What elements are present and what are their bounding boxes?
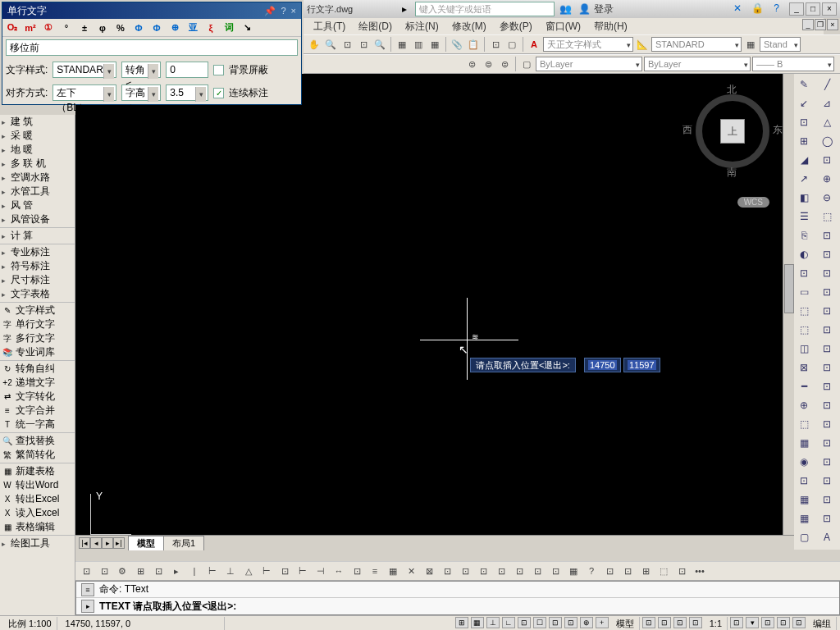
search-input[interactable]: 键入关键字或短语 (415, 2, 555, 16)
cmd-history-icon[interactable]: ≡ (81, 583, 94, 596)
tool-icon[interactable]: ⊡ (796, 265, 812, 281)
tab-model[interactable]: 模型 (128, 536, 164, 550)
cmd-prompt-text[interactable]: TTEXT 请点取插入位置<退出>: (99, 600, 236, 614)
mdi-min[interactable]: _ (802, 19, 814, 30)
clip-icon[interactable]: 📎 (450, 37, 464, 52)
tool-icon[interactable]: ◢ (796, 152, 812, 168)
menu-item[interactable]: 绘图(D) (352, 18, 399, 35)
height-select[interactable]: 3.5 (166, 84, 208, 101)
zoom-window-icon[interactable]: ⊡ (340, 37, 354, 52)
status-scale[interactable]: 比例 1:100 (3, 617, 57, 630)
status-toggle[interactable]: ⊞ (455, 617, 468, 628)
tab-prev[interactable]: ◂ (90, 537, 102, 549)
textstyle-select[interactable]: STANDARD (52, 62, 116, 78)
btm-tool-icon[interactable]: ⊡ (674, 564, 689, 578)
status-toggle[interactable]: ⊥ (486, 617, 500, 628)
format-icon[interactable]: O₂ (6, 21, 19, 34)
tool-icon[interactable]: ⬚ (796, 322, 812, 338)
close-icon[interactable]: × (291, 6, 296, 16)
layer-icon[interactable]: ⊡ (488, 37, 503, 52)
btm-tool-icon[interactable]: ⊡ (349, 564, 364, 578)
tool-icon[interactable]: ◉ (796, 454, 812, 470)
tool-icon[interactable]: ◧ (796, 189, 812, 206)
sidebar-item[interactable]: ▸空调水路 (0, 171, 75, 185)
tool-icon[interactable]: ↙ (796, 95, 812, 112)
sidebar-item[interactable]: ≡文字合并 (0, 404, 75, 418)
vertical-scrollbar[interactable] (783, 74, 794, 550)
angle-input[interactable] (166, 62, 208, 78)
sidebar-item[interactable]: W转出Word (0, 478, 75, 492)
status-toggle[interactable]: ⊡ (518, 617, 531, 628)
help-icon[interactable]: ? (774, 2, 779, 16)
format-icon[interactable]: ξ (204, 21, 217, 34)
tool-icon[interactable]: ⊡ (819, 491, 835, 508)
sidebar-item[interactable]: ▸多 联 机 (0, 157, 75, 171)
format-icon[interactable]: ° (60, 21, 73, 34)
menu-item[interactable]: 工具(T) (307, 18, 352, 35)
mdi-close[interactable]: × (827, 19, 838, 30)
login-button[interactable]: 👤 登录 (578, 2, 614, 16)
tab-first[interactable]: |◂ (79, 537, 90, 549)
table-icon[interactable]: ▦ (743, 37, 758, 52)
tool-icon[interactable]: ⊡ (796, 114, 812, 130)
lineweight-combo[interactable]: —— B (752, 57, 834, 71)
tool-icon[interactable]: ⬚ (796, 416, 812, 432)
block-icon[interactable]: ▢ (504, 37, 519, 52)
status-ratio[interactable]: 1:1 (705, 617, 728, 630)
btm-tool-icon[interactable]: ⊡ (620, 564, 635, 578)
color-icon[interactable]: ▢ (519, 57, 534, 71)
text-style-icon[interactable]: A (527, 37, 541, 52)
cmd-prompt-icon[interactable]: ▸ (81, 600, 94, 613)
tool-icon[interactable]: ⊡ (819, 265, 835, 281)
dimstyle-combo[interactable]: STANDARD (651, 37, 742, 52)
sidebar-item[interactable]: ▸风管设备 (0, 212, 75, 226)
status-toggle[interactable]: ∟ (502, 617, 515, 628)
tool-icon[interactable]: ▦ (796, 435, 812, 451)
btm-tool-icon[interactable]: ⊡ (440, 564, 454, 578)
tool-icon[interactable]: ▦ (796, 491, 812, 508)
btm-tool-icon[interactable]: ⊡ (530, 564, 545, 578)
format-icon[interactable]: Φ (132, 21, 145, 34)
btm-tool-icon[interactable]: ▦ (386, 564, 400, 578)
sidebar-item[interactable]: X读入Excel (0, 506, 75, 520)
format-icon[interactable]: ⊕ (168, 21, 181, 34)
tablestyle-combo[interactable]: Stand (760, 37, 801, 52)
sidebar-item[interactable]: ▸水管工具 (0, 185, 75, 199)
btm-tool-icon[interactable]: ⊡ (458, 564, 472, 578)
pin-icon[interactable]: 📌 (264, 6, 276, 16)
btm-tool-icon[interactable]: ▦ (566, 564, 581, 578)
btm-tool-icon[interactable]: ⚙ (115, 564, 130, 578)
layer-combo[interactable]: ByLayer (536, 57, 642, 71)
tool-icon[interactable]: ⊞ (796, 133, 812, 149)
angle-label-select[interactable]: 转角< (121, 62, 161, 78)
sidebar-item[interactable]: ▸计 算 (0, 229, 75, 243)
pan-icon[interactable]: ✋ (307, 37, 322, 52)
tool-icon[interactable]: ☰ (796, 208, 812, 225)
dynamic-y[interactable]: 11597 (623, 358, 660, 372)
tool-icon[interactable]: ⊕ (819, 171, 835, 187)
btm-tool-icon[interactable]: ✕ (404, 564, 418, 578)
btm-tool-icon[interactable]: ⊡ (548, 564, 563, 578)
tool-icon[interactable]: △ (819, 114, 835, 130)
zoom-icon[interactable]: 🔍 (323, 37, 338, 52)
tab-next[interactable]: ▸ (102, 537, 113, 549)
format-icon[interactable]: 词 (222, 21, 235, 34)
btm-tool-icon[interactable]: | (187, 564, 202, 578)
tool-icon[interactable]: ⊡ (819, 152, 835, 168)
btm-tool-icon[interactable]: ⊞ (638, 564, 653, 578)
height-label-select[interactable]: 字高< (121, 84, 161, 101)
btm-tool-icon[interactable]: ⊡ (97, 564, 112, 578)
btm-tool-icon[interactable]: ⊡ (476, 564, 491, 578)
layer-state-icon[interactable]: ⊜ (464, 57, 479, 71)
sidebar-item[interactable]: ▦新建表格 (0, 464, 75, 478)
minimize-button[interactable]: _ (789, 2, 804, 16)
dim-icon[interactable]: 📐 (635, 37, 650, 52)
tool-icon[interactable]: ⊡ (819, 284, 835, 300)
command-window[interactable]: ≡ 命令: TText ▸ TTEXT 请点取插入位置<退出>: (75, 581, 840, 615)
paste-icon[interactable]: 📋 (466, 37, 481, 52)
maximize-button[interactable]: □ (806, 2, 820, 16)
format-icon[interactable]: ± (78, 21, 91, 34)
close-button[interactable]: × (822, 2, 837, 16)
sidebar-item[interactable]: ▸符号标注 (0, 259, 75, 273)
status-toggle[interactable]: ⊡ (549, 617, 562, 628)
